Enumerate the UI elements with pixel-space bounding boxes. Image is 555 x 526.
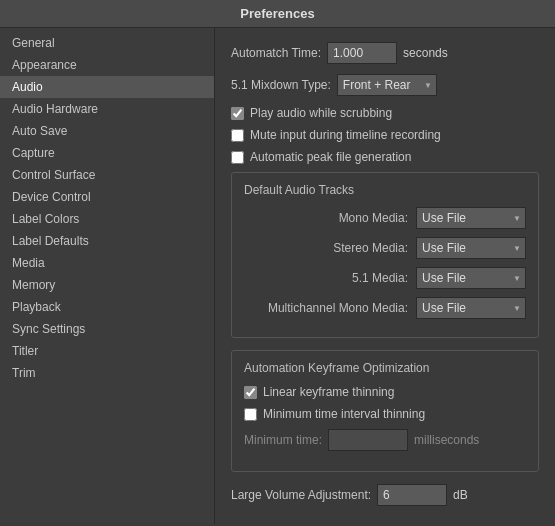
stereo-select-wrapper: Use File Mono Stereo 5.1	[416, 237, 526, 259]
sidebar-item-auto-save[interactable]: Auto Save	[0, 120, 214, 142]
sidebar-item-capture[interactable]: Capture	[0, 142, 214, 164]
stereo-row: Stereo Media: Use File Mono Stereo 5.1	[244, 237, 526, 259]
min-time-interval-row: Minimum time interval thinning	[244, 407, 526, 421]
multichannel-select-wrapper: Use File Mono Stereo 5.1	[416, 297, 526, 319]
automatch-row: Automatch Time: seconds	[231, 42, 539, 64]
sidebar-item-sync-settings[interactable]: Sync Settings	[0, 318, 214, 340]
keyframe-section: Automation Keyframe Optimization Linear …	[231, 350, 539, 472]
play-audio-label: Play audio while scrubbing	[250, 106, 392, 120]
default-tracks-section: Default Audio Tracks Mono Media: Use Fil…	[231, 172, 539, 338]
auto-peak-label: Automatic peak file generation	[250, 150, 411, 164]
sidebar-item-audio-hardware[interactable]: Audio Hardware	[0, 98, 214, 120]
large-vol-row: Large Volume Adjustment: dB	[231, 484, 539, 506]
sidebar-item-label-defaults[interactable]: Label Defaults	[0, 230, 214, 252]
mono-label: Mono Media:	[339, 211, 408, 225]
default-tracks-title: Default Audio Tracks	[244, 183, 526, 197]
sidebar: GeneralAppearanceAudioAudio HardwareAuto…	[0, 28, 215, 524]
sidebar-item-playback[interactable]: Playback	[0, 296, 214, 318]
mute-input-checkbox[interactable]	[231, 129, 244, 142]
title-bar: Preferences	[0, 0, 555, 28]
mute-input-label: Mute input during timeline recording	[250, 128, 441, 142]
keyframe-title: Automation Keyframe Optimization	[244, 361, 526, 375]
media51-row: 5.1 Media: Use File Mono Stereo 5.1	[244, 267, 526, 289]
linear-row: Linear keyframe thinning	[244, 385, 526, 399]
media51-label: 5.1 Media:	[352, 271, 408, 285]
min-time-label: Minimum time:	[244, 433, 322, 447]
mute-input-row: Mute input during timeline recording	[231, 128, 539, 142]
multichannel-select[interactable]: Use File Mono Stereo 5.1	[416, 297, 526, 319]
multichannel-label: Multichannel Mono Media:	[268, 301, 408, 315]
automatch-unit: seconds	[403, 46, 448, 60]
min-time-interval-label: Minimum time interval thinning	[263, 407, 425, 421]
stereo-select[interactable]: Use File Mono Stereo 5.1	[416, 237, 526, 259]
min-time-unit: milliseconds	[414, 433, 479, 447]
min-time-input[interactable]	[328, 429, 408, 451]
sidebar-item-control-surface[interactable]: Control Surface	[0, 164, 214, 186]
mixdown-label: 5.1 Mixdown Type:	[231, 78, 331, 92]
sidebar-item-memory[interactable]: Memory	[0, 274, 214, 296]
large-vol-input[interactable]	[377, 484, 447, 506]
auto-peak-checkbox[interactable]	[231, 151, 244, 164]
auto-peak-row: Automatic peak file generation	[231, 150, 539, 164]
large-vol-unit: dB	[453, 488, 468, 502]
large-vol-label: Large Volume Adjustment:	[231, 488, 371, 502]
sidebar-item-general[interactable]: General	[0, 32, 214, 54]
linear-label: Linear keyframe thinning	[263, 385, 394, 399]
mono-select-wrapper: Use File Mono Stereo 5.1	[416, 207, 526, 229]
content-area: Automatch Time: seconds 5.1 Mixdown Type…	[215, 28, 555, 524]
linear-checkbox[interactable]	[244, 386, 257, 399]
mono-select[interactable]: Use File Mono Stereo 5.1	[416, 207, 526, 229]
play-audio-row: Play audio while scrubbing	[231, 106, 539, 120]
window-title: Preferences	[240, 6, 314, 21]
sidebar-item-titler[interactable]: Titler	[0, 340, 214, 362]
sidebar-item-media[interactable]: Media	[0, 252, 214, 274]
play-audio-checkbox[interactable]	[231, 107, 244, 120]
mixdown-select[interactable]: Front + Rear Front Rear	[337, 74, 437, 96]
sidebar-item-audio[interactable]: Audio	[0, 76, 214, 98]
sidebar-item-appearance[interactable]: Appearance	[0, 54, 214, 76]
multichannel-row: Multichannel Mono Media: Use File Mono S…	[244, 297, 526, 319]
min-time-row: Minimum time: milliseconds	[244, 429, 526, 451]
automatch-label: Automatch Time:	[231, 46, 321, 60]
main-container: GeneralAppearanceAudioAudio HardwareAuto…	[0, 28, 555, 524]
stereo-label: Stereo Media:	[333, 241, 408, 255]
mixdown-select-wrapper: Front + Rear Front Rear	[337, 74, 437, 96]
mono-row: Mono Media: Use File Mono Stereo 5.1	[244, 207, 526, 229]
media51-select[interactable]: Use File Mono Stereo 5.1	[416, 267, 526, 289]
sidebar-item-label-colors[interactable]: Label Colors	[0, 208, 214, 230]
sidebar-item-device-control[interactable]: Device Control	[0, 186, 214, 208]
automatch-input[interactable]	[327, 42, 397, 64]
mixdown-row: 5.1 Mixdown Type: Front + Rear Front Rea…	[231, 74, 539, 96]
sidebar-item-trim[interactable]: Trim	[0, 362, 214, 384]
media51-select-wrapper: Use File Mono Stereo 5.1	[416, 267, 526, 289]
min-time-interval-checkbox[interactable]	[244, 408, 257, 421]
